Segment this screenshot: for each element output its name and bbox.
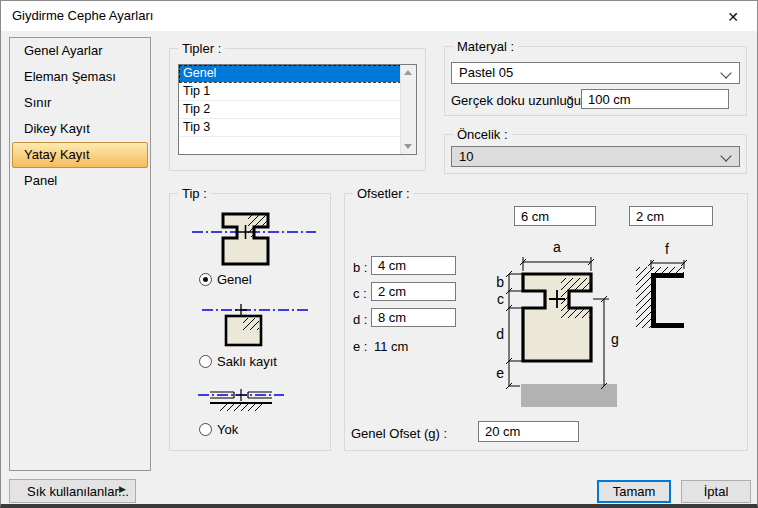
ok-button[interactable]: Tamam <box>597 480 671 503</box>
close-icon: ✕ <box>727 9 739 25</box>
cancel-button-label: İptal <box>704 484 729 499</box>
ground-hatch <box>220 404 262 411</box>
radio-label: Genel <box>217 272 252 287</box>
offset-e-label: e : <box>353 339 367 354</box>
sidebar-item-yatay-kayit[interactable]: Yatay Kayıt <box>12 142 148 168</box>
radio-selected-icon <box>199 273 212 286</box>
offset-a-input[interactable] <box>514 206 596 226</box>
genel-ofset-input[interactable] <box>478 421 579 442</box>
triangle-up-icon <box>404 70 412 75</box>
right-triangle-icon: ▶ <box>119 484 126 494</box>
dim-label-a: a <box>553 239 561 255</box>
materyal-combobox-value: Pastel 05 <box>459 65 513 80</box>
list-item-tip-2[interactable]: Tip 2 <box>179 101 401 119</box>
sidebar-item-eleman-semasi[interactable]: Eleman Şeması <box>12 64 148 90</box>
dim-label-c: c <box>497 291 504 307</box>
dim-label-e: e <box>496 365 504 381</box>
window-title: Giydirme Cephe Ayarları <box>12 8 153 23</box>
dim-label-b: b <box>496 274 504 290</box>
materyal-group-title: Materyal : <box>453 39 518 54</box>
radio-option-genel[interactable]: Genel <box>199 272 252 287</box>
materyal-group: Materyal : Pastel 05 Gerçek doku uzunluğ… <box>444 46 747 116</box>
offset-c-label: c : <box>353 286 367 301</box>
radio-icon <box>199 423 212 436</box>
center-cross <box>235 389 247 401</box>
tipler-group: Tipler : Genel Tip 1 Tip 2 Tip 3 <box>169 48 426 171</box>
sidebar-item-dikey-kayit[interactable]: Dikey Kayıt <box>12 116 148 142</box>
curtain-wall-settings-dialog: Giydirme Cephe Ayarları ✕ Genel Ayarlar … <box>0 0 758 508</box>
texture-length-label: Gerçek doku uzunluğu : <box>451 93 588 108</box>
favorites-button-label: Sık kullanılanlar... <box>27 484 129 499</box>
oncelik-combobox[interactable]: 10 <box>451 146 740 167</box>
dim-a-line <box>520 257 594 271</box>
offset-d-input[interactable] <box>371 308 456 327</box>
sidebar-item-genel-ayarlar[interactable]: Genel Ayarlar <box>12 38 148 64</box>
genel-ofset-label: Genel Ofset (g) : <box>351 426 447 441</box>
radio-label: Yok <box>217 422 238 437</box>
hatch-area <box>243 318 259 330</box>
list-scrollbar[interactable] <box>400 65 416 154</box>
list-item-tip-1[interactable]: Tip 1 <box>179 83 401 101</box>
tip-genel-diagram <box>189 208 319 270</box>
tip-yok-diagram <box>194 388 314 422</box>
sidebar-item-panel[interactable]: Panel <box>12 168 148 194</box>
offset-d-label: d : <box>353 312 367 327</box>
offset-c-input[interactable] <box>371 282 456 301</box>
scroll-down-button[interactable] <box>401 139 415 154</box>
dim-label-f: f <box>665 241 669 257</box>
offset-b-label: b : <box>353 260 367 275</box>
dim-label-d: d <box>496 326 504 342</box>
c-profile-bottom <box>651 323 684 328</box>
texture-length-input[interactable] <box>581 89 729 109</box>
offset-b-input[interactable] <box>371 256 456 275</box>
center-cross <box>235 304 247 316</box>
close-button[interactable]: ✕ <box>717 4 749 28</box>
list-item-tip-3[interactable]: Tip 3 <box>179 119 401 137</box>
dim-g-line <box>593 296 609 389</box>
materyal-combobox[interactable]: Pastel 05 <box>451 62 740 84</box>
oncelik-combobox-value: 10 <box>459 149 473 164</box>
dim-chain-line <box>506 271 522 389</box>
tip-sakli-kayit-diagram <box>194 302 314 350</box>
ofsetler-group: Ofsetler : b : c : d : e : 11 cm <box>344 193 748 451</box>
radio-option-sakli-kayit[interactable]: Saklı kayıt <box>199 354 277 369</box>
chevron-down-icon <box>720 150 731 161</box>
offsets-diagram: a b c d e g f <box>461 236 751 451</box>
oncelik-group: Öncelik : 10 <box>444 134 747 174</box>
tip-group-title: Tip : <box>178 186 211 201</box>
favorites-button[interactable]: Sık kullanılanlar... ▶ <box>9 479 136 503</box>
triangle-down-icon <box>404 144 412 149</box>
tipler-listbox: Genel Tip 1 Tip 2 Tip 3 <box>178 64 417 155</box>
sidebar: Genel Ayarlar Eleman Şeması Sınır Dikey … <box>9 37 151 471</box>
radio-icon <box>199 355 212 368</box>
radio-label: Saklı kayıt <box>217 354 277 369</box>
tipler-group-title: Tipler : <box>178 41 225 56</box>
scroll-up-button[interactable] <box>401 65 415 80</box>
chevron-down-icon <box>720 67 731 78</box>
offset-f-input[interactable] <box>629 206 713 226</box>
oncelik-group-title: Öncelik : <box>453 127 512 142</box>
offset-e-value: 11 cm <box>374 339 408 354</box>
cancel-button[interactable]: İptal <box>681 480 751 503</box>
hatch-area <box>561 278 593 318</box>
titlebar: Giydirme Cephe Ayarları ✕ <box>1 1 757 31</box>
c-profile-left <box>651 273 656 328</box>
c-profile-interior <box>656 278 684 323</box>
ok-button-label: Tamam <box>613 484 656 499</box>
sidebar-item-sinir[interactable]: Sınır <box>12 90 148 116</box>
tip-group: Tip : Genel <box>169 193 331 451</box>
dim-label-g: g <box>611 331 619 347</box>
list-item-genel[interactable]: Genel <box>179 65 401 83</box>
radio-option-yok[interactable]: Yok <box>199 422 238 437</box>
ofsetler-group-title: Ofsetler : <box>353 186 414 201</box>
